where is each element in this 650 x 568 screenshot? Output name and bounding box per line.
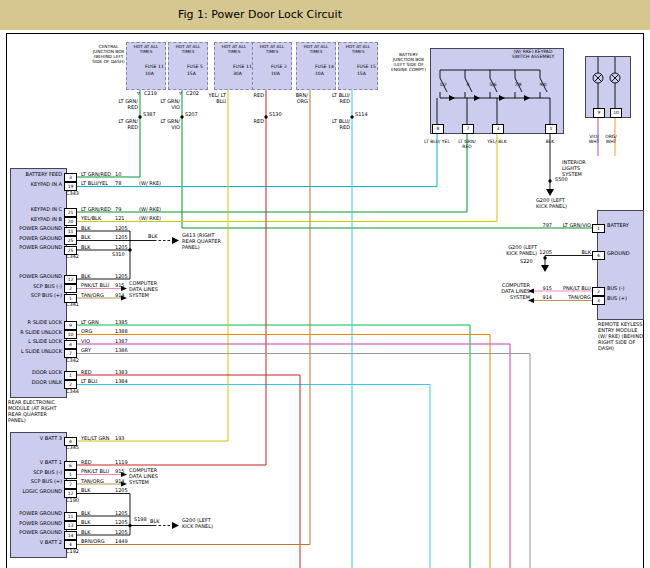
pin-row: SCP BUS (+)7TAN/ORG914 [12, 477, 242, 487]
wire-color-label: PNK/LT BLU [555, 285, 591, 291]
pin-row: L SLIDE UNLOCK7GRY1386 [12, 347, 242, 357]
connector-icon: ▿ [179, 90, 182, 96]
pin-number: 1 [592, 224, 605, 233]
fuse-box: HOT AT ALL TIMESFUSE 1410A [296, 42, 336, 90]
pin-row: SCP BUS (-)2PNK/LT BLU915 [12, 282, 242, 292]
pin-row: V BATT 24BRN/ORG1449 [12, 538, 242, 548]
wire-color-label: LT GRN/ RED [116, 119, 138, 131]
wire-color-label: LT BLU/ RED [328, 119, 350, 131]
wire-color-label: TAN/ORG [81, 478, 104, 484]
pin-function-label: GROUND [607, 250, 630, 256]
fuse-box: HOT AT ALL TIMESFUSE 1515A [338, 42, 378, 90]
circuit-number-label: 1205 [530, 249, 552, 255]
pin-row: DOOR UNLK2LT BLU1384 [12, 378, 242, 388]
pin-function-label: V BATT 1 [12, 459, 62, 465]
connector-label: C343 [66, 190, 79, 196]
circuit-number-label: 1386 [115, 347, 128, 353]
ground-icon [541, 265, 549, 272]
wire-color-label: YEL/BLK [81, 215, 101, 221]
wire-color-label: LT GRN/RED [81, 206, 111, 212]
wire-color-label: ORG [81, 328, 92, 334]
circuit-number-label: 1388 [115, 328, 128, 334]
circuit-number-label: 915 [530, 285, 552, 291]
pin-row: POWER GROUND11BLK1205 [12, 509, 242, 519]
diode-icon [474, 95, 480, 101]
pin-function-label: V BATT 3 [12, 435, 62, 441]
pin-function-label: POWER GROUND [12, 520, 62, 526]
fuse-rating: 10A [145, 71, 154, 76]
circuit-number-label: 914 [115, 292, 125, 298]
wire-color-label: PNK/LT BLU [81, 468, 109, 474]
wire-color-label: YEL/ LT BLU [204, 93, 226, 105]
splice-label: S387 [143, 112, 156, 118]
wire-color-label: PNK/LT BLU [81, 282, 109, 288]
splice-label: S207 [185, 112, 198, 118]
wire-segment [182, 89, 595, 228]
splice-label: S220 [520, 259, 533, 265]
pin-row: R SLIDE LOCK9LT GRN1385 [12, 318, 242, 328]
pin-function-label: BATTERY FEED [12, 171, 62, 177]
keypad-switch-label: 1/2 [436, 82, 450, 87]
wire-color-label: LT BLU/YEL [81, 180, 108, 186]
pin-row: KEYPAD IN C21LT GRN/RED79(W/ RKE) [12, 205, 242, 215]
pin-row: V BATT 16RED1119 [12, 458, 242, 468]
splice-icon [264, 115, 267, 118]
pin-function-label: L SLIDE UNLOCK [12, 348, 62, 354]
circuit-number-label: 915 [115, 468, 125, 474]
pin-function-label: R SLIDE UNLOCK [12, 329, 62, 335]
pin-row: POWER GROUND13BLK1205 [12, 519, 242, 529]
circuit-number-label: 1119 [115, 459, 128, 465]
wire-note-label: (W/ RKE) [139, 180, 161, 186]
wire-color-label: BLK [81, 225, 91, 231]
fuse-rating: 10A [315, 71, 324, 76]
pin-number: 3 [492, 124, 504, 134]
splice-icon [548, 179, 551, 182]
connector-label: C202 [186, 91, 199, 97]
hot-at-all-times-label: HOT AT ALL TIMES [297, 45, 335, 54]
connector-label: C192 [66, 548, 79, 554]
fuse-box: HOT AT ALL TIMESFUSE 515A [168, 42, 208, 90]
pin-function-label: KEYPAD IN A [12, 181, 62, 187]
fuse-box: HOT AT ALL TIMESFUSE 1110A [126, 42, 166, 90]
pin-row: KEYPAD IN A19LT BLU/YEL78(W/ RKE) [12, 180, 242, 190]
pin-function-label: POWER GROUND [12, 510, 62, 516]
connector-label: C345 [66, 444, 79, 450]
keypad-switch-label: 7/8 [511, 82, 525, 87]
pin-function-label: DOOR LOCK [12, 369, 62, 375]
pin-function-label: SCP BUS (-) [12, 469, 62, 475]
pin-row: SCP BUS (-)1PNK/LT BLU915 [12, 468, 242, 478]
rear-electronic-module-label: REAR ELECTRONIC MODULE (AT RIGHT REAR QU… [8, 400, 62, 424]
pin-row: DOOR LOCK1RED1383 [12, 368, 242, 378]
pin-row: 797LT GRN/VIO1BATTERY [478, 221, 648, 231]
fuse-name: FUSE 5 [187, 64, 203, 69]
battery-junction-box-label: BATTERY JUNCTION BOX (LEFT SIDE OF ENGIN… [391, 52, 426, 72]
hot-at-all-times-label: HOT AT ALL TIMES [215, 45, 253, 54]
pin-row: R SLIDE UNLOCK10ORG1388 [12, 328, 242, 338]
pin-row: POWER GROUND14BLK1205 [12, 528, 242, 538]
pin-function-label: POWER GROUND [12, 225, 62, 231]
circuit-number-label: 1384 [115, 378, 128, 384]
pin-row: 915PNK/LT BLU2BUS (-) [478, 284, 648, 294]
fuse-name: FUSE 11 [145, 64, 164, 69]
wire-color-label: RED [81, 369, 91, 375]
pin-row: 1205BLK4GROUND [478, 249, 648, 259]
diode-icon [499, 95, 505, 101]
keypad-switch-label: 5/6 [486, 82, 500, 87]
circuit-number-label: 1205 [115, 529, 128, 535]
connector-label: C219 [144, 91, 157, 97]
pin-row: L SLIDE LOCK4VIO1387 [12, 337, 242, 347]
wire-note-label: (W/ RKE) [139, 215, 161, 221]
wire-color-label: BLK [81, 510, 91, 516]
wire-color-label: BLK [537, 139, 563, 144]
wire-color-label: TAN/ORG [81, 292, 104, 298]
fuse-name: FUSE 14 [315, 64, 334, 69]
pin-row: BATTERY FEED3LT GRN/RED10 [12, 170, 242, 180]
splice-label: S310 [112, 252, 125, 258]
keypad-switch-label: 4 [461, 82, 475, 87]
wire-color-label: BLK [81, 234, 91, 240]
hot-at-all-times-label: HOT AT ALL TIMES [169, 45, 207, 54]
wire-color-label: BRN/ORG [81, 538, 105, 544]
fuse-rating: 15A [187, 71, 196, 76]
diode-icon [524, 95, 530, 101]
pin-row: LOGIC GROUND12BLK1205 [12, 487, 242, 497]
